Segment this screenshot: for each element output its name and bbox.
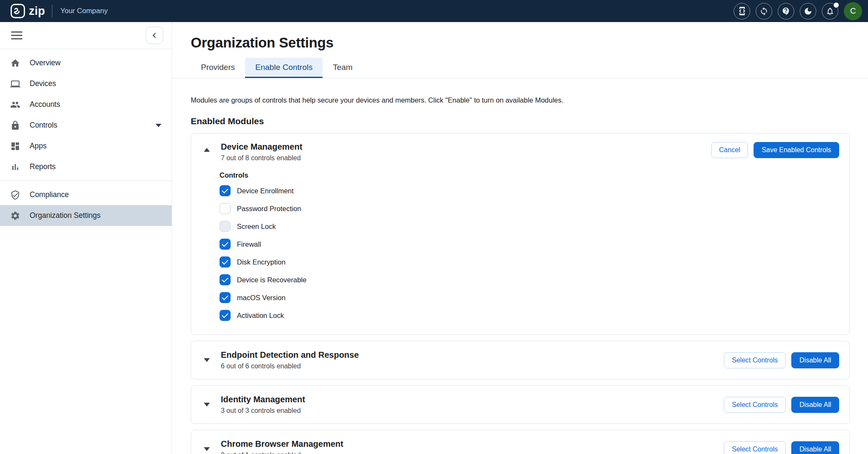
- sidebar-item-label: Organization Settings: [30, 211, 100, 220]
- main-content: Organization Settings Providers Enable C…: [172, 22, 868, 454]
- help-button[interactable]: [778, 3, 794, 19]
- cancel-button[interactable]: Cancel: [711, 142, 748, 158]
- logo-text: zip: [29, 5, 45, 18]
- control-activation-lock[interactable]: Activation Lock: [220, 308, 839, 323]
- module-card-identity-management: Identity Management 3 out of 3 controls …: [191, 385, 850, 424]
- control-label: Firewall: [237, 240, 261, 248]
- expand-module-button[interactable]: [204, 358, 210, 362]
- select-controls-button[interactable]: Select Controls: [724, 352, 786, 368]
- checkbox[interactable]: [220, 185, 231, 196]
- module-status: 3 out of 3 controls enabled: [221, 407, 305, 415]
- sidebar-item-compliance[interactable]: Compliance: [0, 184, 172, 205]
- sidebar-item-reports[interactable]: Reports: [0, 156, 172, 177]
- sidebar-item-label: Devices: [30, 79, 56, 88]
- control-label: Password Protection: [237, 205, 301, 213]
- checkbox[interactable]: [220, 274, 231, 285]
- notifications-icon: [826, 7, 835, 16]
- sidebar-collapse-button[interactable]: [146, 27, 163, 44]
- sync-button[interactable]: [756, 3, 772, 19]
- control-label: Disk Encryption: [237, 258, 286, 266]
- company-name: Your Company: [60, 7, 108, 15]
- module-card-endpoint-detection-and-response: Endpoint Detection and Response 6 out of…: [191, 341, 850, 379]
- save-enabled-controls-button[interactable]: Save Enabled Controls: [754, 142, 839, 158]
- notifications-button[interactable]: [822, 3, 838, 19]
- control-disk-encryption[interactable]: Disk Encryption: [220, 255, 839, 269]
- disable-all-button[interactable]: Disable All: [791, 397, 839, 413]
- module-name: Chrome Browser Management: [221, 439, 343, 449]
- tab-providers[interactable]: Providers: [191, 58, 245, 78]
- sidebar-item-organization-settings[interactable]: Organization Settings: [0, 205, 172, 226]
- notification-badge: [834, 3, 839, 8]
- sidebar-item-accounts[interactable]: Accounts: [0, 94, 172, 115]
- chevron-left-icon: [153, 33, 158, 38]
- topbar-actions: C: [734, 2, 862, 20]
- control-device-enrollment[interactable]: Device Enrollment: [220, 184, 839, 198]
- checkbox[interactable]: [220, 221, 231, 232]
- tab-enable-controls[interactable]: Enable Controls: [245, 58, 323, 78]
- select-controls-button[interactable]: Select Controls: [724, 441, 786, 454]
- control-password-protection[interactable]: Password Protection: [220, 201, 839, 216]
- disable-all-button[interactable]: Disable All: [791, 352, 839, 368]
- triangle-up-icon: [204, 148, 210, 152]
- checkbox[interactable]: [220, 239, 231, 250]
- page-title: Organization Settings: [191, 35, 868, 51]
- disable-all-button[interactable]: Disable All: [791, 441, 839, 454]
- topbar: zip Your Company: [0, 0, 868, 22]
- checkbox[interactable]: [220, 292, 231, 303]
- module-status: 7 out of 8 controls enabled: [221, 154, 302, 162]
- help-icon: [782, 7, 790, 16]
- control-label: Activation Lock: [237, 312, 284, 320]
- hamburger-menu-icon[interactable]: [11, 29, 22, 42]
- home-icon: [10, 58, 20, 68]
- developer-mode-button[interactable]: [734, 3, 750, 19]
- sidebar-nav: Overview Devices Accounts Controls Apps …: [0, 49, 172, 226]
- app-logo[interactable]: zip: [10, 3, 45, 19]
- sidebar-item-label: Reports: [30, 162, 56, 171]
- laptop-icon: [10, 79, 20, 89]
- module-name: Endpoint Detection and Response: [221, 350, 359, 360]
- enabled-modules-heading: Enabled Modules: [191, 116, 850, 126]
- control-macos-version[interactable]: macOS Version: [220, 290, 839, 305]
- module-card-chrome-browser-management: Chrome Browser Management 0 out of 1 con…: [191, 430, 850, 454]
- checkbox[interactable]: [220, 203, 231, 214]
- control-label: Device Enrollment: [237, 187, 294, 195]
- controls-checklist: Device Enrollment Password Protection Sc…: [220, 184, 839, 323]
- bar-chart-icon: [10, 162, 20, 172]
- triangle-down-icon: [204, 403, 210, 407]
- sidebar-item-devices[interactable]: Devices: [0, 73, 172, 94]
- checkbox[interactable]: [220, 310, 231, 321]
- tab-team[interactable]: Team: [323, 58, 362, 78]
- module-status: 0 out of 1 controls enabled: [221, 451, 343, 454]
- sidebar-item-label: Compliance: [30, 190, 69, 199]
- sidebar-divider: [0, 181, 172, 181]
- control-screen-lock[interactable]: Screen Lock: [220, 219, 839, 234]
- sync-icon: [760, 7, 768, 16]
- checkbox[interactable]: [220, 256, 231, 267]
- expand-module-button[interactable]: [204, 403, 210, 407]
- modules-description: Modules are groups of controls that help…: [191, 96, 850, 104]
- module-card-device-management: Device Management 7 out of 8 controls en…: [191, 133, 850, 335]
- chevron-down-icon: [156, 124, 161, 127]
- shield-check-icon: [10, 190, 20, 200]
- sidebar-item-label: Apps: [30, 142, 47, 150]
- sidebar-item-apps[interactable]: Apps: [0, 136, 172, 156]
- control-firewall[interactable]: Firewall: [220, 237, 839, 251]
- dark-mode-icon: [804, 7, 812, 16]
- sidebar-item-label: Accounts: [30, 100, 60, 109]
- sidebar-item-overview[interactable]: Overview: [0, 53, 172, 73]
- dark-mode-button[interactable]: [800, 3, 816, 19]
- triangle-down-icon: [204, 447, 210, 451]
- sidebar-item-controls[interactable]: Controls: [0, 115, 172, 136]
- expand-module-button[interactable]: [204, 447, 210, 451]
- user-avatar[interactable]: C: [844, 2, 862, 20]
- sidebar-item-label: Overview: [30, 58, 61, 67]
- collapse-module-button[interactable]: [204, 148, 210, 152]
- apps-icon: [10, 141, 20, 151]
- sidebar: Overview Devices Accounts Controls Apps …: [0, 22, 172, 454]
- tab-content: Modules are groups of controls that help…: [172, 96, 868, 454]
- control-label: Device is Recoverable: [237, 276, 306, 284]
- control-device-is-recoverable[interactable]: Device is Recoverable: [220, 273, 839, 287]
- tab-bar: Providers Enable Controls Team: [172, 58, 868, 78]
- triangle-down-icon: [204, 358, 210, 362]
- select-controls-button[interactable]: Select Controls: [724, 397, 786, 413]
